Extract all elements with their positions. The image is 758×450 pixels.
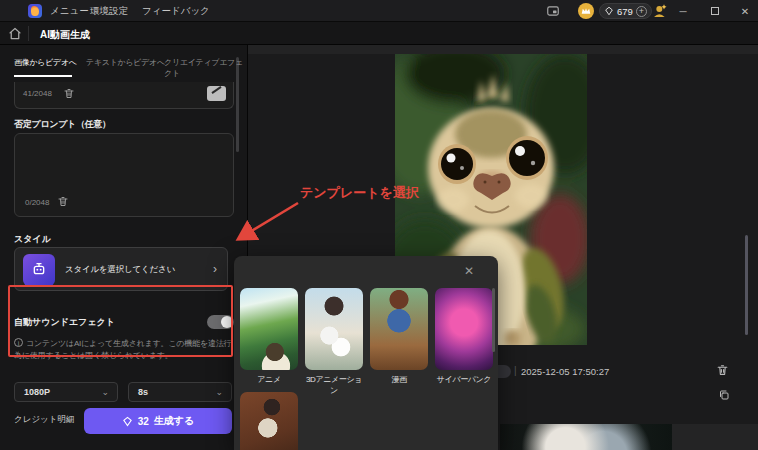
diamond-icon [604, 6, 614, 16]
app-window: メニュー 環境設定 フィードバック 679 + ─ ✕ AI動画生 [0, 0, 758, 450]
result-info-block [672, 424, 758, 450]
clear-prompt-trash-icon[interactable] [63, 87, 75, 100]
resolution-select[interactable]: 1080P ⌄ [14, 382, 118, 402]
duration-select[interactable]: 8s ⌄ [128, 382, 232, 402]
prompt-char-counter: 41/2048 [23, 89, 52, 98]
maximize-button[interactable] [704, 0, 726, 22]
style-label-cyberpunk: サイバーパンク [435, 374, 493, 385]
title-bar: メニュー 環境設定 フィードバック 679 + ─ ✕ [0, 0, 758, 22]
generate-cost: 32 [138, 416, 149, 427]
result-badge [498, 365, 511, 378]
crown-icon [581, 7, 591, 15]
style-thumb-3d[interactable] [305, 288, 363, 370]
nav-bar [0, 22, 758, 45]
popup-scrollbar[interactable] [492, 288, 495, 352]
style-thumb-cozy[interactable] [240, 392, 298, 450]
style-label-3d: 3Dアニメーション [305, 374, 363, 396]
info-icon: i [14, 338, 23, 347]
chevron-down-icon: ⌄ [66, 414, 74, 424]
diamond-icon [122, 416, 133, 427]
negative-char-counter: 0/2048 [25, 198, 49, 207]
credits-pill[interactable]: 679 + [599, 3, 652, 19]
credits-count: 679 [617, 6, 633, 17]
add-credits-button[interactable]: + [636, 6, 647, 17]
delete-result-trash-icon[interactable] [716, 363, 729, 377]
menu-button[interactable]: メニュー [50, 5, 89, 18]
negative-prompt-label: 否定プロンプト（任意） [14, 118, 111, 131]
copy-icon[interactable] [718, 389, 730, 401]
tab-text-to-video[interactable]: テキストからビデオへ [86, 57, 165, 68]
style-label-anime: アニメ [240, 374, 298, 385]
avatar[interactable] [578, 3, 594, 19]
content-header-strip [248, 45, 758, 54]
generate-label: 生成する [154, 414, 194, 428]
style-thumb-cyberpunk[interactable] [435, 288, 493, 370]
feedback-button[interactable]: フィードバック [142, 5, 210, 18]
style-placeholder-text: スタイルを選択してください [65, 264, 175, 276]
style-robot-icon [23, 254, 55, 286]
sound-effect-label: 自動サウンドエフェクト [14, 316, 115, 329]
tab-creative-effects[interactable]: クリエイティブエフェクト [164, 57, 247, 79]
prompt-textarea-bottom[interactable]: 41/2048 [14, 82, 234, 109]
ai-rewrite-icon[interactable] [207, 86, 226, 101]
meta-separator: | [514, 365, 517, 376]
style-picker-popup: ✕ アニメ 3Dアニメーション 漫画 サイバーパンク [234, 256, 498, 450]
minimize-button[interactable]: ─ [672, 0, 694, 22]
duration-value: 8s [138, 387, 148, 397]
chevron-down-icon: ⌄ [101, 387, 109, 397]
close-button[interactable]: ✕ [734, 0, 756, 22]
home-icon[interactable] [7, 26, 23, 41]
chevron-down-icon: ⌄ [215, 387, 223, 397]
clear-negative-trash-icon[interactable] [57, 195, 69, 208]
result-timestamp: 2025-12-05 17:50:27 [521, 366, 609, 377]
tab-image-to-video[interactable]: 画像からビデオへ [14, 57, 77, 68]
account-upgrade-icon[interactable] [652, 3, 668, 19]
previous-result-image[interactable] [500, 424, 672, 450]
style-thumb-anime[interactable] [240, 288, 298, 370]
ai-disclaimer: iコンテンツはAIによって生成されます。この機能を違法行為に使用することは固く禁… [14, 338, 234, 363]
content-scrollbar[interactable] [745, 235, 748, 335]
generate-button[interactable]: 32 生成する [84, 408, 232, 434]
style-select-button[interactable]: スタイルを選択してください › [14, 247, 228, 291]
chevron-right-icon: › [213, 262, 217, 276]
style-section-label: スタイル [14, 233, 51, 246]
annotation-label: テンプレートを選択 [300, 184, 419, 202]
settings-button[interactable]: 環境設定 [90, 5, 128, 18]
negative-prompt-input[interactable]: 0/2048 [14, 133, 234, 217]
nav-separator [28, 26, 29, 41]
style-label-manga: 漫画 [370, 374, 428, 385]
sound-effect-toggle[interactable] [207, 315, 234, 329]
settings-panel: 画像からビデオへ テキストからビデオへ クリエイティブエフェクト 41/2048… [0, 45, 248, 450]
screenshot-icon[interactable] [546, 4, 560, 18]
style-thumb-manga[interactable] [370, 288, 428, 370]
resolution-value: 1080P [24, 387, 50, 397]
nav-tab-ai-video[interactable]: AI動画生成 [40, 28, 90, 42]
app-logo-icon [28, 4, 42, 18]
close-icon[interactable]: ✕ [464, 264, 474, 278]
active-tab-underline [14, 75, 72, 77]
